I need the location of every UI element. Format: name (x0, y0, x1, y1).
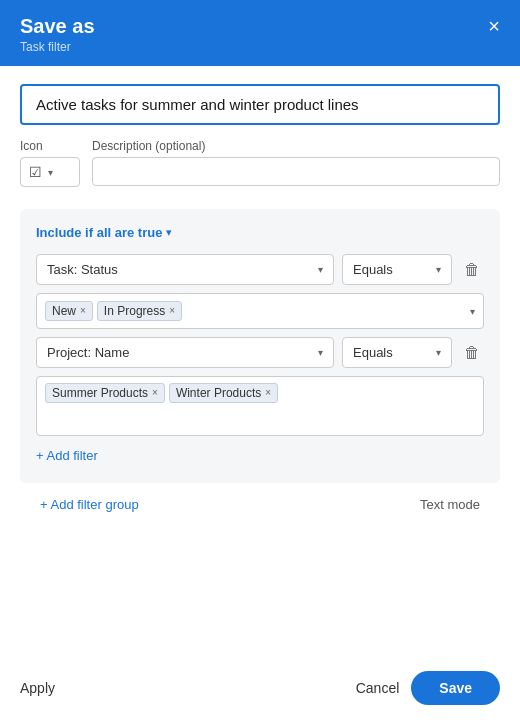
tag-new-label: New (52, 304, 76, 318)
close-button[interactable]: × (488, 16, 500, 36)
task-status-operator-label: Equals (353, 262, 393, 277)
project-name-values-box[interactable]: Summer Products × Winter Products × (36, 376, 484, 436)
modal-footer: Apply Cancel Save (0, 653, 520, 723)
project-name-operator-chevron-icon: ▾ (436, 347, 441, 358)
footer-right-actions: Cancel Save (356, 671, 500, 705)
filter-row-2: Project: Name ▾ Equals ▾ 🗑 (36, 337, 484, 368)
task-status-operator-select[interactable]: Equals ▾ (342, 254, 452, 285)
include-chevron-icon[interactable]: ▾ (166, 226, 172, 239)
filter-row-1: Task: Status ▾ Equals ▾ 🗑 (36, 254, 484, 285)
tag-summer-products: Summer Products × (45, 383, 165, 403)
modal-title: Save as (20, 14, 95, 38)
include-header: Include if all are true ▾ (36, 225, 484, 240)
cancel-button[interactable]: Cancel (356, 680, 400, 696)
tag-summer-products-label: Summer Products (52, 386, 148, 400)
tag-winter-products-label: Winter Products (176, 386, 261, 400)
project-name-operator-select[interactable]: Equals ▾ (342, 337, 452, 368)
text-mode-button[interactable]: Text mode (420, 497, 480, 512)
icon-desc-row: Icon ☑ ▾ Description (optional) (20, 139, 500, 187)
project-name-chevron-icon: ▾ (318, 347, 323, 358)
delete-filter-2-button[interactable]: 🗑 (460, 340, 484, 366)
add-filter-button[interactable]: + Add filter (36, 444, 98, 467)
tag-in-progress: In Progress × (97, 301, 182, 321)
tag-new: New × (45, 301, 93, 321)
modal-body: Icon ☑ ▾ Description (optional) Include … (0, 66, 520, 633)
icon-select[interactable]: ☑ ▾ (20, 157, 80, 187)
tag-summer-products-close-icon[interactable]: × (152, 388, 158, 398)
task-status-operator-chevron-icon: ▾ (436, 264, 441, 275)
description-input[interactable] (92, 157, 500, 186)
icon-label: Icon (20, 139, 80, 153)
checkbox-icon: ☑ (29, 164, 42, 180)
tag-new-close-icon[interactable]: × (80, 306, 86, 316)
project-name-select[interactable]: Project: Name ▾ (36, 337, 334, 368)
header-text: Save as Task filter (20, 14, 95, 54)
save-button[interactable]: Save (411, 671, 500, 705)
task-status-select[interactable]: Task: Status ▾ (36, 254, 334, 285)
description-label: Description (optional) (92, 139, 500, 153)
add-filter-group-button[interactable]: + Add filter group (40, 497, 139, 512)
modal-subtitle: Task filter (20, 40, 95, 54)
icon-field-group: Icon ☑ ▾ (20, 139, 80, 187)
icon-chevron-icon: ▾ (48, 167, 53, 178)
project-name-operator-label: Equals (353, 345, 393, 360)
tags-row-chevron-icon: ▾ (470, 306, 475, 317)
footer-links: + Add filter group Text mode (20, 483, 500, 512)
tag-in-progress-close-icon[interactable]: × (169, 306, 175, 316)
task-status-label: Task: Status (47, 262, 118, 277)
tag-winter-products-close-icon[interactable]: × (265, 388, 271, 398)
apply-button[interactable]: Apply (20, 680, 55, 696)
filter-group-box: Include if all are true ▾ Task: Status ▾… (20, 209, 500, 483)
include-label[interactable]: Include if all are true (36, 225, 162, 240)
delete-filter-1-button[interactable]: 🗑 (460, 257, 484, 283)
project-name-label: Project: Name (47, 345, 129, 360)
description-field-group: Description (optional) (92, 139, 500, 186)
tag-winter-products: Winter Products × (169, 383, 278, 403)
filter-name-input[interactable] (20, 84, 500, 125)
modal-header: Save as Task filter × (0, 0, 520, 66)
task-status-tags-row[interactable]: New × In Progress × ▾ (36, 293, 484, 329)
task-status-chevron-icon: ▾ (318, 264, 323, 275)
tag-in-progress-label: In Progress (104, 304, 165, 318)
